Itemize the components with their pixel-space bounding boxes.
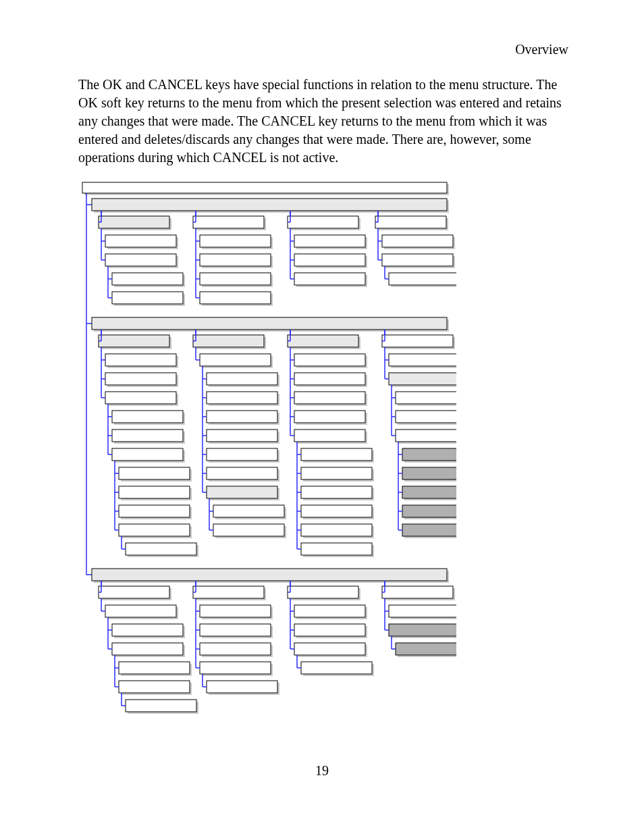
svg-rect-153 — [207, 411, 277, 423]
svg-rect-292 — [112, 643, 183, 655]
svg-rect-75 — [382, 254, 453, 266]
svg-rect-338 — [294, 605, 365, 617]
svg-rect-50 — [288, 216, 358, 228]
svg-rect-210 — [301, 467, 372, 479]
svg-rect-88 — [99, 335, 169, 347]
svg-rect-71 — [382, 235, 453, 247]
svg-rect-1 — [82, 182, 447, 193]
svg-rect-33 — [200, 235, 271, 247]
svg-rect-186 — [294, 354, 365, 366]
svg-rect-92 — [105, 354, 176, 366]
svg-rect-37 — [200, 254, 271, 266]
svg-rect-235 — [389, 354, 456, 366]
svg-rect-367 — [396, 643, 456, 655]
svg-rect-128 — [119, 524, 190, 536]
svg-rect-12 — [105, 235, 176, 247]
svg-rect-161 — [207, 448, 277, 461]
svg-rect-206 — [301, 448, 372, 461]
section-header: Overview — [515, 42, 568, 57]
svg-rect-120 — [119, 486, 190, 498]
svg-rect-141 — [200, 354, 271, 366]
svg-rect-296 — [119, 662, 190, 674]
svg-rect-96 — [105, 373, 176, 385]
svg-rect-251 — [396, 429, 456, 442]
svg-rect-132 — [126, 543, 196, 555]
svg-rect-112 — [112, 448, 183, 461]
svg-rect-177 — [213, 524, 284, 536]
svg-rect-325 — [200, 662, 271, 674]
svg-rect-202 — [294, 429, 365, 442]
svg-rect-108 — [112, 429, 183, 442]
svg-rect-8 — [99, 216, 169, 228]
svg-rect-116 — [119, 467, 190, 479]
svg-rect-271 — [402, 524, 456, 536]
svg-rect-24 — [112, 292, 183, 304]
svg-rect-104 — [112, 411, 183, 423]
svg-rect-317 — [200, 624, 271, 636]
svg-rect-145 — [207, 373, 277, 385]
svg-rect-16 — [105, 254, 176, 266]
svg-rect-263 — [402, 486, 456, 498]
svg-rect-218 — [301, 505, 372, 517]
svg-rect-79 — [389, 273, 456, 285]
svg-rect-350 — [301, 662, 372, 674]
svg-rect-355 — [382, 586, 453, 598]
svg-rect-313 — [200, 605, 271, 617]
svg-rect-334 — [288, 586, 358, 598]
svg-rect-29 — [193, 216, 264, 228]
svg-rect-137 — [193, 335, 264, 347]
svg-rect-198 — [294, 411, 365, 423]
svg-rect-58 — [294, 254, 365, 266]
svg-rect-157 — [207, 429, 277, 442]
svg-rect-277 — [92, 569, 447, 581]
svg-rect-300 — [119, 681, 190, 693]
svg-rect-231 — [382, 335, 453, 347]
svg-rect-214 — [301, 486, 372, 498]
svg-rect-169 — [207, 486, 277, 498]
svg-rect-247 — [396, 411, 456, 423]
svg-rect-255 — [402, 448, 456, 461]
svg-rect-222 — [301, 524, 372, 536]
svg-rect-359 — [389, 605, 456, 617]
svg-rect-67 — [375, 216, 446, 228]
svg-rect-54 — [294, 235, 365, 247]
svg-rect-41 — [200, 273, 271, 285]
svg-rect-267 — [402, 505, 456, 517]
svg-rect-124 — [119, 505, 190, 517]
svg-rect-329 — [207, 681, 277, 693]
svg-rect-62 — [294, 273, 365, 285]
svg-rect-190 — [294, 373, 365, 385]
svg-rect-149 — [207, 392, 277, 404]
svg-rect-309 — [193, 586, 264, 598]
document-page: Overview The OK and CANCEL keys have spe… — [0, 0, 644, 834]
svg-rect-243 — [396, 392, 456, 404]
svg-rect-100 — [105, 392, 176, 404]
svg-rect-182 — [288, 335, 358, 347]
body-paragraph: The OK and CANCEL keys have special func… — [78, 76, 578, 167]
svg-rect-239 — [389, 373, 456, 385]
menu-tree-diagram — [78, 181, 456, 728]
svg-rect-165 — [207, 467, 277, 479]
svg-rect-173 — [213, 505, 284, 517]
svg-rect-346 — [294, 643, 365, 655]
svg-rect-259 — [402, 467, 456, 479]
page-number: 19 — [0, 763, 644, 779]
svg-rect-342 — [294, 624, 365, 636]
svg-rect-321 — [200, 643, 271, 655]
svg-rect-284 — [105, 605, 176, 617]
svg-rect-226 — [301, 543, 372, 555]
svg-rect-85 — [92, 317, 447, 330]
svg-rect-288 — [112, 624, 183, 636]
svg-rect-280 — [99, 586, 169, 598]
svg-rect-363 — [389, 624, 456, 636]
svg-rect-5 — [92, 199, 447, 211]
svg-rect-304 — [126, 700, 196, 712]
svg-rect-20 — [112, 273, 183, 285]
svg-rect-194 — [294, 392, 365, 404]
svg-rect-45 — [200, 292, 271, 304]
